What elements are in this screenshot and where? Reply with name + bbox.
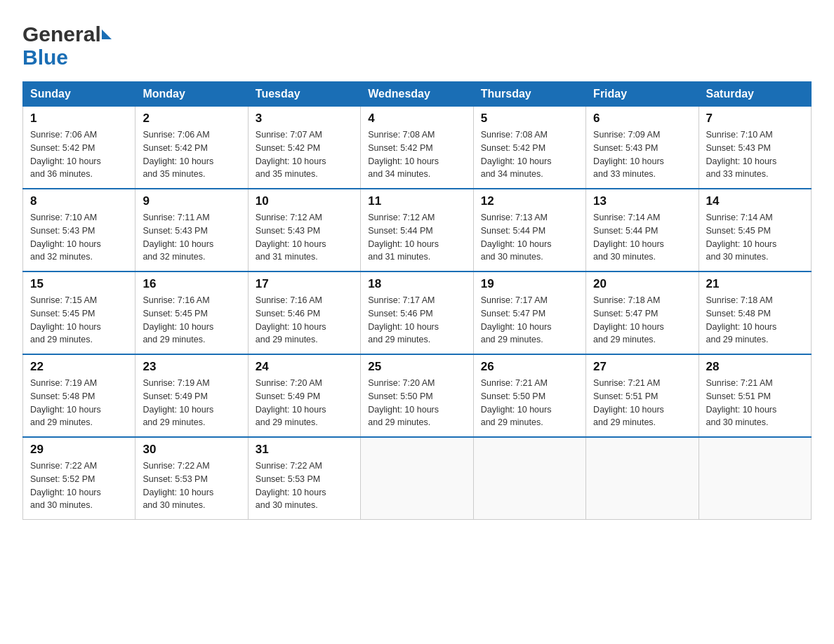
calendar-day-cell: 6Sunrise: 7:09 AMSunset: 5:43 PMDaylight… [586,107,699,189]
day-number: 17 [256,277,353,291]
day-sunrise: Sunrise: 7:17 AM [481,295,548,305]
calendar-day-cell: 8Sunrise: 7:10 AMSunset: 5:43 PMDaylight… [23,189,135,271]
day-info: Sunrise: 7:06 AMSunset: 5:42 PMDaylight:… [30,128,128,181]
day-number: 22 [30,360,128,374]
day-daylight-cont: and 36 minutes. [30,169,93,179]
day-daylight-cont: and 30 minutes. [30,500,93,510]
day-number: 21 [706,277,804,291]
day-daylight: Daylight: 10 hours [30,405,101,415]
calendar-day-cell: 22Sunrise: 7:19 AMSunset: 5:48 PMDayligh… [23,354,135,437]
day-sunrise: Sunrise: 7:21 AM [481,378,548,388]
day-daylight: Daylight: 10 hours [368,156,439,166]
day-number: 18 [368,277,465,291]
day-number: 19 [481,277,578,291]
day-number: 31 [256,443,353,457]
day-sunrise: Sunrise: 7:19 AM [143,378,209,388]
day-daylight: Daylight: 10 hours [143,405,213,415]
day-number: 1 [30,112,128,126]
day-sunrise: Sunrise: 7:07 AM [256,130,322,140]
day-info: Sunrise: 7:10 AMSunset: 5:43 PMDaylight:… [706,128,804,181]
day-daylight: Daylight: 10 hours [706,239,777,249]
day-number: 24 [256,360,353,374]
day-sunrise: Sunrise: 7:21 AM [593,378,660,388]
day-daylight-cont: and 29 minutes. [593,335,656,344]
day-info: Sunrise: 7:08 AMSunset: 5:42 PMDaylight:… [368,128,465,181]
day-sunset: Sunset: 5:49 PM [143,391,207,401]
calendar-day-cell: 20Sunrise: 7:18 AMSunset: 5:47 PMDayligh… [586,271,699,354]
calendar-day-cell: 25Sunrise: 7:20 AMSunset: 5:50 PMDayligh… [361,354,473,437]
day-daylight: Daylight: 10 hours [593,322,664,332]
day-info: Sunrise: 7:11 AMSunset: 5:43 PMDaylight:… [143,211,240,264]
day-number: 13 [593,194,691,208]
day-info: Sunrise: 7:21 AMSunset: 5:50 PMDaylight:… [481,377,578,429]
day-daylight: Daylight: 10 hours [143,156,213,166]
day-sunset: Sunset: 5:43 PM [30,226,95,236]
day-daylight-cont: and 31 minutes. [368,252,430,262]
day-number: 12 [481,194,578,208]
logo-triangle-icon [102,29,112,39]
day-info: Sunrise: 7:08 AMSunset: 5:42 PMDaylight:… [481,128,578,181]
day-daylight-cont: and 29 minutes. [30,417,93,427]
day-daylight-cont: and 30 minutes. [256,500,318,510]
logo: General Blue [22,17,112,69]
day-daylight: Daylight: 10 hours [706,156,777,166]
day-number: 23 [143,360,240,374]
day-daylight: Daylight: 10 hours [256,322,326,332]
calendar-week-row: 8Sunrise: 7:10 AMSunset: 5:43 PMDaylight… [23,189,812,271]
day-sunrise: Sunrise: 7:18 AM [706,295,773,305]
day-daylight-cont: and 29 minutes. [481,417,543,427]
day-number: 26 [481,360,578,374]
day-info: Sunrise: 7:22 AMSunset: 5:53 PMDaylight:… [143,459,240,512]
day-number: 11 [368,194,465,208]
logo: General Blue [22,22,112,69]
day-sunset: Sunset: 5:52 PM [30,474,95,484]
day-info: Sunrise: 7:19 AMSunset: 5:48 PMDaylight:… [30,377,128,429]
day-daylight: Daylight: 10 hours [30,322,101,332]
calendar-day-cell: 10Sunrise: 7:12 AMSunset: 5:43 PMDayligh… [248,189,360,271]
day-info: Sunrise: 7:20 AMSunset: 5:49 PMDaylight:… [256,377,353,429]
day-info: Sunrise: 7:16 AMSunset: 5:45 PMDaylight:… [143,294,240,347]
day-sunset: Sunset: 5:47 PM [593,309,658,318]
day-daylight-cont: and 29 minutes. [143,417,205,427]
day-daylight-cont: and 30 minutes. [706,252,769,262]
day-sunrise: Sunrise: 7:22 AM [143,461,209,471]
calendar-day-cell: 28Sunrise: 7:21 AMSunset: 5:51 PMDayligh… [699,354,811,437]
calendar-day-cell [361,437,473,520]
day-daylight: Daylight: 10 hours [30,239,101,249]
day-number: 27 [593,360,691,374]
day-daylight-cont: and 32 minutes. [143,252,205,262]
day-daylight: Daylight: 10 hours [256,405,326,415]
day-sunset: Sunset: 5:42 PM [481,143,545,153]
day-sunset: Sunset: 5:47 PM [481,309,545,318]
day-sunset: Sunset: 5:44 PM [593,226,658,236]
day-daylight: Daylight: 10 hours [368,405,439,415]
day-sunset: Sunset: 5:50 PM [481,391,545,401]
weekday-header-friday: Friday [586,82,699,107]
day-info: Sunrise: 7:22 AMSunset: 5:52 PMDaylight:… [30,459,128,512]
day-sunrise: Sunrise: 7:19 AM [30,378,97,388]
day-number: 4 [368,112,465,126]
day-number: 7 [706,112,804,126]
calendar-header: SundayMondayTuesdayWednesdayThursdayFrid… [23,82,812,107]
weekday-header-saturday: Saturday [699,82,811,107]
weekday-header-row: SundayMondayTuesdayWednesdayThursdayFrid… [23,82,812,107]
day-info: Sunrise: 7:07 AMSunset: 5:42 PMDaylight:… [256,128,353,181]
day-number: 3 [256,112,353,126]
calendar-day-cell: 15Sunrise: 7:15 AMSunset: 5:45 PMDayligh… [23,271,135,354]
day-sunrise: Sunrise: 7:22 AM [30,461,97,471]
day-daylight-cont: and 34 minutes. [481,169,543,179]
calendar-day-cell: 7Sunrise: 7:10 AMSunset: 5:43 PMDaylight… [699,107,811,189]
day-number: 14 [706,194,804,208]
weekday-header-monday: Monday [135,82,248,107]
day-info: Sunrise: 7:06 AMSunset: 5:42 PMDaylight:… [143,128,240,181]
day-info: Sunrise: 7:20 AMSunset: 5:50 PMDaylight:… [368,377,465,429]
day-daylight: Daylight: 10 hours [481,322,552,332]
day-daylight-cont: and 29 minutes. [706,335,769,344]
day-sunset: Sunset: 5:53 PM [143,474,207,484]
day-sunset: Sunset: 5:48 PM [706,309,771,318]
day-sunset: Sunset: 5:42 PM [368,143,432,153]
day-daylight: Daylight: 10 hours [706,405,777,415]
day-number: 8 [30,194,128,208]
day-info: Sunrise: 7:22 AMSunset: 5:53 PMDaylight:… [256,459,353,512]
calendar-day-cell: 4Sunrise: 7:08 AMSunset: 5:42 PMDaylight… [361,107,473,189]
